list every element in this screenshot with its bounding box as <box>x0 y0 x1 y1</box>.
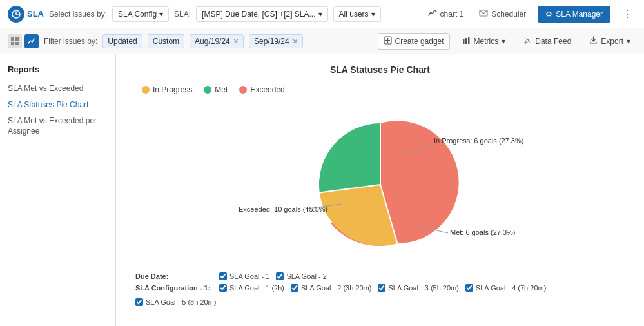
sidebar-title: Reports <box>8 65 108 74</box>
gadget-icon <box>384 36 392 46</box>
met-dot <box>204 86 211 94</box>
check-sla-goal-2[interactable]: SLA Goal - 2 <box>276 272 326 280</box>
filter-updated-tag[interactable]: Updated <box>102 34 142 48</box>
mail-icon <box>479 8 488 19</box>
metrics-icon <box>462 36 471 46</box>
select-issues-label: Select issues by: <box>49 10 107 19</box>
export-icon <box>589 36 598 46</box>
chevron-down-icon: ▾ <box>318 10 322 19</box>
pie-chart-svg: In Progress: 6 goals (27.3%) Met: 6 goal… <box>213 114 548 256</box>
main-layout: Reports SLA Met vs Exceeded SLA Statuses… <box>0 54 644 326</box>
chevron-down-icon: ▾ <box>159 10 163 19</box>
data-feed-button[interactable]: Data Feed <box>518 33 577 50</box>
due-date-label: Due Date: <box>135 272 213 280</box>
sla-label: SLA: <box>174 10 191 19</box>
in-progress-label: In Progress: 6 goals (27.3%) <box>434 137 523 145</box>
svg-rect-2 <box>11 37 14 41</box>
met-label: Met: 6 goals (27.3%) <box>450 229 516 236</box>
check-sla-goal-1[interactable]: SLA Goal - 1 <box>219 272 269 280</box>
svg-rect-5 <box>15 42 19 45</box>
remove-date-from-button[interactable]: × <box>233 37 239 46</box>
svg-rect-10 <box>465 38 467 44</box>
grid-view-icon[interactable] <box>8 34 22 48</box>
filter-custom-tag[interactable]: Custom <box>148 34 184 48</box>
chevron-down-icon: ▾ <box>502 37 505 46</box>
more-options-button[interactable]: ⋮ <box>618 5 636 23</box>
chevron-down-icon: ▾ <box>371 10 375 19</box>
footer-checks: Due Date: SLA Goal - 1 SLA Goal - 2 SLA … <box>129 272 631 306</box>
export-button[interactable]: Export ▾ <box>583 33 636 50</box>
filter-actions: Create gadget Metrics ▾ Data Feed Export… <box>378 33 636 50</box>
feed-icon <box>523 36 532 46</box>
legend-in-progress: In Progress <box>142 85 192 94</box>
exceeded-dot <box>239 86 247 94</box>
legend-met: Met <box>204 85 228 94</box>
view-icons <box>8 34 39 48</box>
create-gadget-button[interactable]: Create gadget <box>378 33 450 50</box>
footer-row-due-date: Due Date: SLA Goal - 1 SLA Goal - 2 <box>135 272 625 280</box>
main-content: SLA Statuses Pie Chart In Progress Met E… <box>116 54 644 326</box>
logo-text: SLA <box>27 9 44 19</box>
svg-rect-9 <box>463 39 465 44</box>
chart-link[interactable]: chart 1 <box>424 6 468 22</box>
check-config-goal-5[interactable]: SLA Goal - 5 (8h 20m) <box>135 298 216 306</box>
chart-icon <box>428 8 437 19</box>
remove-date-to-button[interactable]: × <box>293 37 298 46</box>
sidebar-item-pie-chart[interactable]: SLA Statuses Pie Chart <box>8 97 108 113</box>
chart-title: SLA Statuses Pie Chart <box>129 65 631 75</box>
chevron-down-icon: ▾ <box>627 37 630 46</box>
sidebar-item-met-exceeded[interactable]: SLA Met vs Exceeded <box>8 81 108 97</box>
chart-legend: In Progress Met Exceeded <box>142 85 631 94</box>
scheduler-link[interactable]: Scheduler <box>475 6 530 22</box>
sla-value-dropdown[interactable]: [MSP] Due Date, [CS] +[2] SLA... ▾ <box>196 6 327 22</box>
filter-date-from-tag[interactable]: Aug/19/24 × <box>190 34 244 48</box>
filter-issues-label: Filter issues by: <box>44 37 97 46</box>
footer-row-sla-config: SLA Configuration - 1: SLA Goal - 1 (2h)… <box>135 284 625 306</box>
sla-manager-button[interactable]: ⚙ SLA Manager <box>538 6 610 23</box>
filterbar: Filter issues by: Updated Custom Aug/19/… <box>0 28 644 54</box>
navbar: SLA Select issues by: SLA Config ▾ SLA: … <box>0 0 644 28</box>
sidebar: Reports SLA Met vs Exceeded SLA Statuses… <box>0 54 116 326</box>
pie-chart-area: In Progress: 6 goals (27.3%) Met: 6 goal… <box>129 107 631 262</box>
metrics-button[interactable]: Metrics ▾ <box>456 33 512 50</box>
all-users-dropdown[interactable]: All users ▾ <box>333 6 381 22</box>
check-config-goal-2[interactable]: SLA Goal - 2 (3h 20m) <box>291 284 371 292</box>
check-config-goal-3[interactable]: SLA Goal - 3 (5h 20m) <box>378 284 458 292</box>
gear-icon: ⚙ <box>545 10 552 19</box>
in-progress-dot <box>142 86 150 94</box>
sidebar-item-per-assignee[interactable]: SLA Met vs Exceeded per Assignee <box>8 113 108 140</box>
exceeded-label: Exceeded: 10 goals (45.5%) <box>239 205 327 213</box>
svg-rect-3 <box>15 37 19 41</box>
svg-rect-11 <box>468 37 470 44</box>
svg-rect-4 <box>11 42 14 45</box>
legend-exceeded: Exceeded <box>239 85 284 94</box>
nav-right: chart 1 Scheduler ⚙ SLA Manager ⋮ <box>424 5 636 23</box>
sla-config-label: SLA Configuration - 1: <box>135 284 213 292</box>
sla-config-dropdown[interactable]: SLA Config ▾ <box>112 6 169 22</box>
check-config-goal-4[interactable]: SLA Goal - 4 (7h 20m) <box>465 284 546 292</box>
check-config-goal-1[interactable]: SLA Goal - 1 (2h) <box>219 284 284 292</box>
app-logo: SLA <box>8 6 44 23</box>
met-slice <box>318 123 380 192</box>
chart-view-icon[interactable] <box>24 34 39 48</box>
filter-date-to-tag[interactable]: Sep/19/24 × <box>249 34 303 48</box>
logo-icon <box>8 6 24 23</box>
svg-point-12 <box>525 41 527 43</box>
